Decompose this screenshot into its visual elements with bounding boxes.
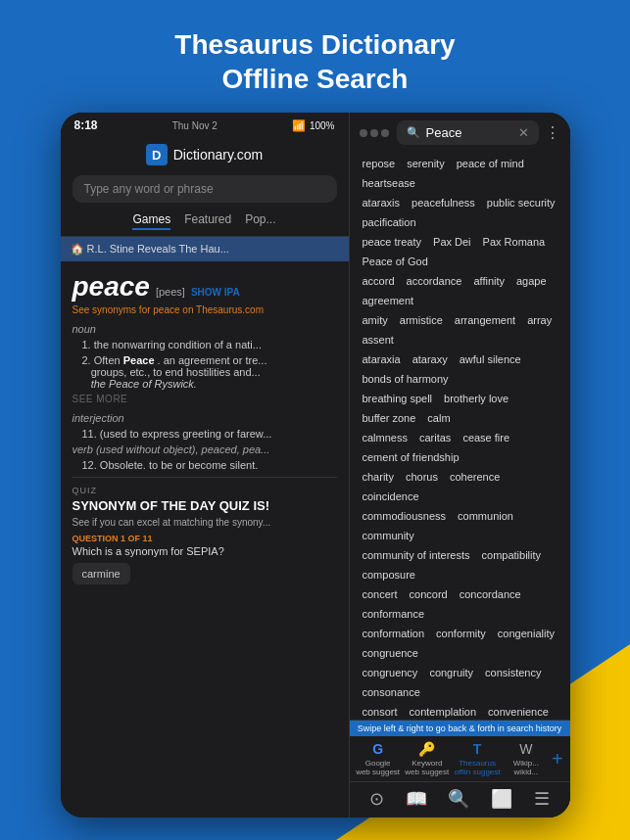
thesaurus-word[interactable]: cement of friendship [358,448,464,466]
thesaurus-word[interactable]: compatibility [477,546,547,564]
thesaurus-word[interactable]: cease fire [458,429,514,446]
thesaurus-word[interactable]: arrangement [450,311,520,329]
thesaurus-word[interactable]: caritas [414,429,456,446]
tab-google-label: Googleweb suggest [356,759,400,776]
thesaurus-word[interactable]: peacefulness [407,194,480,211]
book-icon[interactable]: 📖 [406,788,427,810]
nav-tab-games[interactable]: Games [132,212,170,230]
thesaurus-icon: T [473,741,482,757]
thesaurus-word[interactable]: congruency [358,664,423,681]
thesaurus-word[interactable]: composure [358,566,420,583]
tab-wikipedia[interactable]: W Wikip...wikid... [506,741,547,776]
thesaurus-word[interactable]: heartsease [358,174,420,192]
add-tab-button[interactable]: + [552,748,563,770]
clear-search-icon[interactable]: ✕ [518,125,529,140]
thesaurus-word[interactable]: repose [358,155,401,172]
thesaurus-word[interactable]: array [522,311,557,329]
tab-thesaurus[interactable]: T Thesaurusofflin suggest [455,741,501,776]
dot-2 [370,129,378,137]
thesaurus-word[interactable]: chorus [401,468,443,486]
thesaurus-word[interactable]: affinity [468,272,509,290]
search-placeholder: Type any word or phrase [84,182,214,196]
thesaurus-word[interactable]: conformity [431,625,491,642]
thesaurus-word[interactable]: convenience [483,703,554,720]
thesaurus-word[interactable]: conformation [358,625,430,642]
wikipedia-icon: W [519,741,532,757]
thesaurus-word[interactable]: consonance [358,683,425,701]
compass-icon[interactable]: ⊙ [369,788,384,810]
thesaurus-word[interactable]: Peace of God [358,253,433,270]
thesaurus-word[interactable]: congruity [424,664,478,681]
thesaurus-row: ataraxis peacefulness public security pa… [358,194,562,231]
thesaurus-word[interactable]: calm [422,409,455,427]
thesaurus-word[interactable]: community of interests [358,546,475,564]
thesaurus-word[interactable]: coincidence [358,488,424,505]
thesaurus-word[interactable]: awful silence [455,350,526,368]
word-ipa-button[interactable]: SHOW IPA [191,287,240,298]
thesaurus-word[interactable]: Pax Romana [478,233,551,251]
thesaurus-word[interactable]: agreement [358,292,419,309]
dot-3 [381,129,389,137]
thesaurus-word[interactable]: calmness [358,429,412,446]
tab-google[interactable]: G Googleweb suggest [356,741,400,776]
thesaurus-word[interactable]: contemplation [405,703,482,720]
thesaurus-word[interactable]: accord [358,272,400,290]
thesaurus-word[interactable]: ataraxis [358,194,406,211]
thesaurus-word[interactable]: buffer zone [358,409,421,427]
dict-header: D Dictionary.com [61,136,349,171]
thesaurus-word[interactable]: commodiousness [358,507,452,525]
search-icon: 🔍 [407,126,420,139]
thesaurus-word[interactable]: public security [482,194,560,211]
see-more-link[interactable]: SEE MORE [73,394,337,404]
thesaurus-word[interactable]: amity [358,311,393,329]
word-title-line: peace [pees] SHOW IPA [73,271,337,303]
thesaurus-word[interactable]: bonds of harmony [358,370,454,388]
thesaurus-word[interactable]: serenity [402,155,450,172]
thesaurus-word[interactable]: peace of mind [452,155,529,172]
tab-thesaurus-label: Thesaurusofflin suggest [455,759,501,776]
thesaurus-word[interactable]: coherence [445,468,505,486]
thesaurus-word[interactable]: accordance [402,272,467,290]
promo-banner[interactable]: 🏠 R.L. Stine Reveals The Hau... [61,237,349,261]
pos-noun: noun [73,323,337,335]
thesaurus-word[interactable]: peace treaty [358,233,427,251]
quiz-answer[interactable]: carmine [73,563,130,584]
quiz-title[interactable]: SYNONYM OF THE DAY QUIZ IS! [73,498,337,513]
thesaurus-word[interactable]: concert [358,585,403,603]
thesaurus-word[interactable]: agape [511,272,552,290]
thesaurus-words-grid: repose serenity peace of mind heartsease… [350,151,570,720]
thesaurus-word[interactable]: conformance [358,605,430,623]
thesaurus-word[interactable]: congeniality [493,625,559,642]
thesaurus-word[interactable]: concordance [455,585,526,603]
thesaurus-word[interactable]: consort [358,703,403,720]
nav-tab-pop[interactable]: Pop... [245,212,275,230]
quiz-label: QUIZ [73,486,337,495]
thesaurus-word[interactable]: concord [405,585,453,603]
thesaurus-word[interactable]: community [358,527,419,544]
google-icon: G [372,741,383,757]
thesaurus-word[interactable]: consistency [480,664,546,681]
list-icon[interactable]: ☰ [534,788,550,810]
thesaurus-word[interactable]: brotherly love [439,390,513,407]
thesaurus-word[interactable]: congruence [358,644,424,662]
thesaurus-word[interactable]: assent [358,331,399,349]
square-icon[interactable]: ⬜ [491,788,512,810]
thesaurus-word[interactable]: pacification [358,213,421,231]
thesaurus-word[interactable]: ataraxy [408,350,453,368]
more-options-icon[interactable]: ⋮ [545,123,560,142]
thesaurus-word[interactable]: ataraxia [358,350,406,368]
browser-search-bar[interactable]: 🔍 Peace ✕ [397,120,539,145]
thesaurus-word[interactable]: communion [453,507,518,525]
thesaurus-word[interactable]: armistice [395,311,448,329]
wifi-icon: 📶 [292,119,306,132]
thesaurus-word[interactable]: Pax Dei [428,233,476,251]
search-input-container[interactable]: Type any word or phrase [73,175,337,203]
synonym-link[interactable]: See synonyms for peace on Thesaurus.com [73,304,337,315]
thesaurus-word[interactable]: charity [358,468,399,486]
nav-tab-featured[interactable]: Featured [184,212,231,230]
thesaurus-word[interactable]: breathing spell [358,390,438,407]
tab-keyword[interactable]: 🔑 Keywordweb suggest [405,741,449,776]
search-icon-bottom[interactable]: 🔍 [448,788,469,810]
thesaurus-row: congruency congruity consistency consona… [358,664,562,701]
right-bottom-nav: Swipe left & right to go back & forth in… [350,720,570,817]
